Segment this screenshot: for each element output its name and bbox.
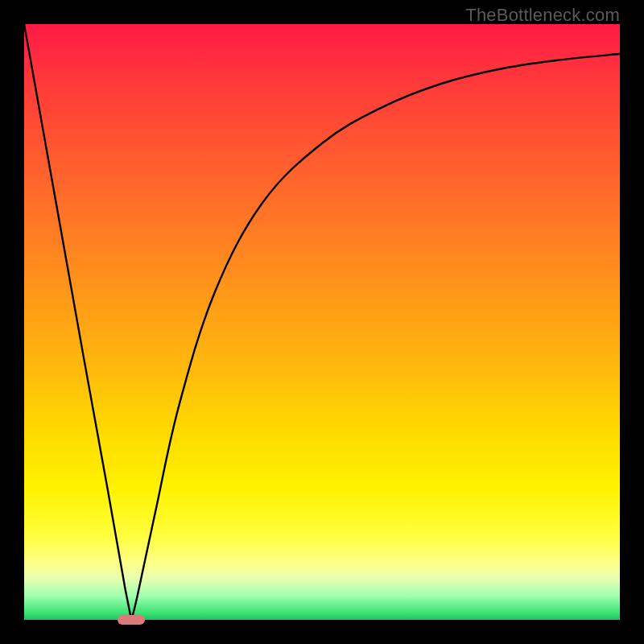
bottleneck-curve <box>24 24 620 620</box>
watermark-text: TheBottleneck.com <box>465 5 620 26</box>
curve-path <box>24 24 620 620</box>
chart-container: TheBottleneck.com <box>0 0 644 644</box>
plot-area <box>24 24 620 620</box>
minimum-marker <box>118 615 145 625</box>
